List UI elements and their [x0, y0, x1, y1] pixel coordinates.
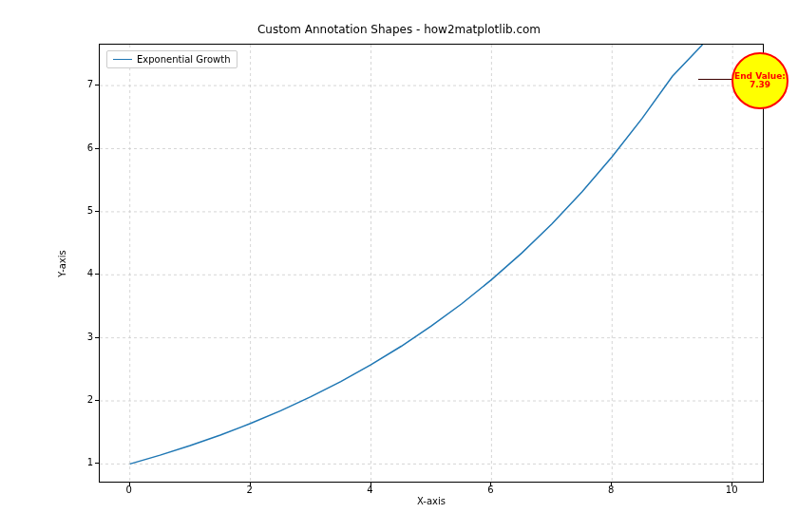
- xtick-label: 0: [110, 484, 148, 495]
- y-axis-label-text: Y-axis: [57, 250, 67, 277]
- ytick-mark: [95, 463, 99, 464]
- ytick-mark: [95, 274, 99, 275]
- ytick-label: 6: [74, 142, 93, 153]
- annotation-circle: End Value: 7.39: [732, 52, 788, 109]
- ytick-mark: [95, 211, 99, 212]
- ytick-mark: [95, 337, 99, 338]
- xtick-label: 2: [231, 484, 269, 495]
- ytick-label: 5: [74, 205, 93, 216]
- grid: [100, 45, 763, 482]
- y-axis-label: Y-axis: [55, 44, 68, 483]
- ytick-label: 2: [74, 394, 93, 405]
- ytick-mark: [95, 148, 99, 149]
- ytick-mark: [95, 400, 99, 401]
- xtick-label: 10: [712, 484, 750, 495]
- xtick-label: 4: [352, 484, 390, 495]
- x-axis-label: X-axis: [99, 496, 764, 506]
- chart-title: Custom Annotation Shapes - how2matplotli…: [0, 23, 798, 36]
- ytick-label: 4: [74, 268, 93, 278]
- ytick-label: 1: [74, 457, 93, 467]
- annotation-text: End Value: 7.39: [734, 72, 786, 90]
- plot-area: [99, 44, 764, 483]
- ytick-label: 3: [74, 332, 93, 342]
- figure: Custom Annotation Shapes - how2matplotli…: [0, 0, 798, 532]
- xtick-label: 8: [592, 484, 630, 495]
- legend-line-icon: [113, 59, 132, 60]
- xtick-label: 6: [471, 484, 509, 495]
- annotation-line2: 7.39: [750, 80, 770, 89]
- legend-label: Exponential Growth: [137, 54, 231, 65]
- legend: Exponential Growth: [106, 50, 238, 68]
- plot-svg: [100, 45, 763, 482]
- ytick-mark: [95, 85, 99, 86]
- ytick-label: 7: [74, 79, 93, 89]
